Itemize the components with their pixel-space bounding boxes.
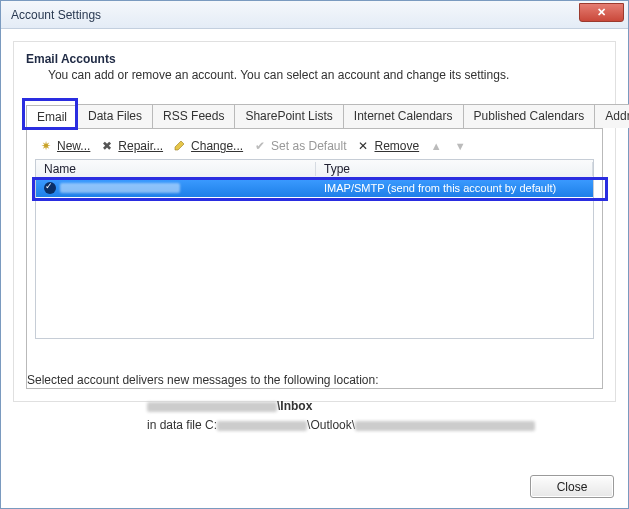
- repair-button[interactable]: ✖ Repair...: [100, 139, 163, 153]
- tab-address-books[interactable]: Address Books: [594, 104, 629, 128]
- tab-label: Address Books: [605, 109, 629, 123]
- datafile-prefix: in data file C:: [147, 418, 217, 432]
- tab-label: Data Files: [88, 109, 142, 123]
- tabs-container: Email Data Files RSS Feeds SharePoint Li…: [26, 104, 603, 389]
- dialog-buttons: Close: [530, 475, 614, 498]
- tab-label: RSS Feeds: [163, 109, 224, 123]
- set-default-label: Set as Default: [271, 139, 346, 153]
- tab-internet-calendars[interactable]: Internet Calendars: [343, 104, 464, 128]
- account-settings-window: Account Settings ✕ Email Accounts You ca…: [0, 0, 629, 509]
- move-up-button[interactable]: ▲: [429, 139, 443, 153]
- account-row[interactable]: IMAP/SMTP (send from this account by def…: [36, 179, 593, 197]
- delivery-folder-line: \Inbox: [147, 397, 602, 416]
- default-account-icon: [44, 182, 56, 194]
- tab-sharepoint-lists[interactable]: SharePoint Lists: [234, 104, 343, 128]
- new-label: New...: [57, 139, 90, 153]
- arrow-down-icon: ▼: [453, 139, 467, 153]
- titlebar: Account Settings ✕: [1, 1, 628, 29]
- remove-icon: ✕: [356, 139, 370, 153]
- tab-label: Internet Calendars: [354, 109, 453, 123]
- panel-heading: Email Accounts: [26, 52, 603, 66]
- delivery-datafile-line: in data file C:\Outlook\: [147, 416, 602, 435]
- move-down-button[interactable]: ▼: [453, 139, 467, 153]
- close-icon: ✕: [597, 6, 606, 19]
- check-icon: ✔: [253, 139, 267, 153]
- window-close-button[interactable]: ✕: [579, 3, 624, 22]
- repair-label: Repair...: [118, 139, 163, 153]
- toolbar: ✷ New... ✖ Repair... Change... ✔: [35, 137, 594, 159]
- tab-content: ✷ New... ✖ Repair... Change... ✔: [26, 129, 603, 389]
- tab-email[interactable]: Email: [26, 105, 78, 129]
- tab-data-files[interactable]: Data Files: [77, 104, 153, 128]
- new-button[interactable]: ✷ New...: [39, 139, 90, 153]
- obscured-path-1: [217, 421, 307, 431]
- tab-label: Published Calendars: [474, 109, 585, 123]
- tab-label: Email: [37, 110, 67, 124]
- window-title: Account Settings: [11, 8, 101, 22]
- close-label: Close: [557, 480, 588, 494]
- repair-icon: ✖: [100, 139, 114, 153]
- obscured-account: [147, 402, 277, 412]
- set-default-button[interactable]: ✔ Set as Default: [253, 139, 346, 153]
- delivery-location-lines: \Inbox in data file C:\Outlook\: [147, 397, 602, 435]
- column-type[interactable]: Type: [316, 162, 593, 176]
- change-label: Change...: [191, 139, 243, 153]
- panel-description: You can add or remove an account. You ca…: [48, 68, 603, 82]
- change-button[interactable]: Change...: [173, 139, 243, 153]
- tab-label: SharePoint Lists: [245, 109, 332, 123]
- accounts-list: IMAP/SMTP (send from this account by def…: [35, 179, 594, 339]
- account-type-cell: IMAP/SMTP (send from this account by def…: [316, 182, 593, 194]
- column-name[interactable]: Name: [36, 162, 316, 176]
- arrow-up-icon: ▲: [429, 139, 443, 153]
- content-panel: Email Accounts You can add or remove an …: [13, 41, 616, 402]
- delivery-intro: Selected account delivers new messages t…: [27, 373, 602, 387]
- delivery-info: Selected account delivers new messages t…: [27, 373, 602, 435]
- list-header: Name Type: [35, 159, 594, 179]
- inbox-suffix: \Inbox: [277, 399, 312, 413]
- close-button[interactable]: Close: [530, 475, 614, 498]
- datafile-mid: \Outlook\: [307, 418, 355, 432]
- tab-rss-feeds[interactable]: RSS Feeds: [152, 104, 235, 128]
- change-icon: [173, 139, 187, 153]
- account-name-cell: [36, 182, 316, 194]
- obscured-path-2: [355, 421, 535, 431]
- account-name-obscured: [60, 183, 180, 193]
- remove-button[interactable]: ✕ Remove: [356, 139, 419, 153]
- tabstrip: Email Data Files RSS Feeds SharePoint Li…: [26, 104, 603, 129]
- tab-published-calendars[interactable]: Published Calendars: [463, 104, 596, 128]
- remove-label: Remove: [374, 139, 419, 153]
- new-icon: ✷: [39, 139, 53, 153]
